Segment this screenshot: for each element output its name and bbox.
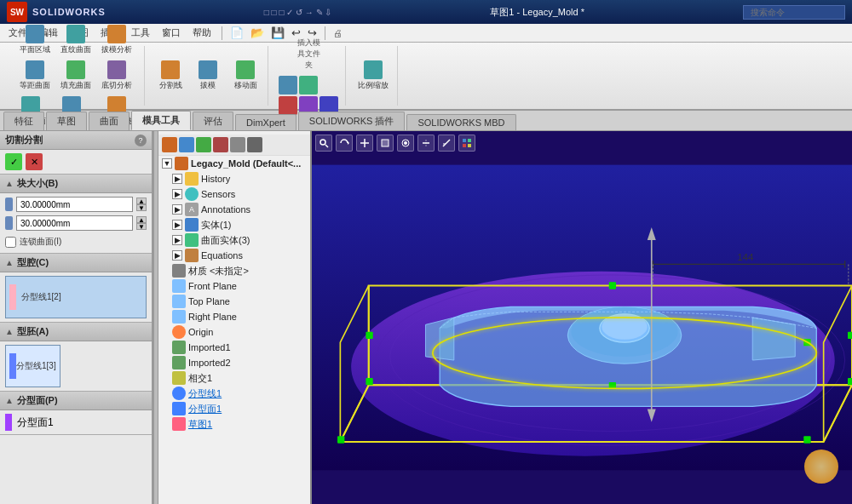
tab-features[interactable]: 特征 xyxy=(3,112,44,130)
tree-right-plane-label: Right Plane xyxy=(188,312,237,322)
tree-item-right-plane[interactable]: Right Plane xyxy=(158,309,310,324)
type-a-header[interactable]: ▲ 型胚(A) xyxy=(0,323,152,341)
block-size-header[interactable]: ▲ 块大小(B) xyxy=(0,175,152,193)
type-c-header[interactable]: ▲ 型腔(C) xyxy=(0,254,152,272)
tree-surfaces-expand[interactable]: ▶ xyxy=(172,235,182,245)
move-face-button[interactable]: 移动面 xyxy=(228,59,262,93)
tree-item-front-plane[interactable]: Front Plane xyxy=(158,278,310,294)
draft-button[interactable]: 拔模 xyxy=(191,59,225,93)
fill-surface-button[interactable]: 填充曲面 xyxy=(57,59,95,93)
tree-item-equations[interactable]: ▶ Equations xyxy=(158,248,310,263)
tree-item-top-plane[interactable]: Top Plane xyxy=(158,294,310,309)
tree-item-history[interactable]: ▶ History xyxy=(158,171,310,186)
ft-icon4[interactable] xyxy=(213,137,228,152)
tab-sw-mbd[interactable]: SOLIDWORKS MBD xyxy=(406,114,515,130)
vp-color[interactable] xyxy=(458,135,475,152)
vp-zoom-in[interactable] xyxy=(315,135,332,152)
tree-item-parting-surface[interactable]: 分型面1 xyxy=(158,401,310,416)
vp-rotate[interactable] xyxy=(336,135,353,152)
eq-icon xyxy=(185,249,199,262)
tree-item-imported2[interactable]: Imported2 xyxy=(158,355,310,370)
link-checkbox[interactable] xyxy=(5,237,16,248)
main-toolbar: 平面区域 直纹曲面 拔模分析 等距曲面 填充曲面 底切分析 xyxy=(0,43,852,111)
help-button[interactable]: ? xyxy=(135,135,147,146)
block-size-content: ▲ ▼ ▲ ▼ 连锁曲面(I) xyxy=(0,193,152,253)
tree-sensors-expand[interactable]: ▶ xyxy=(172,189,182,199)
height-down[interactable]: ▼ xyxy=(136,223,147,230)
split-line-button[interactable]: 分割线 xyxy=(153,59,187,93)
undercut-icon xyxy=(107,60,126,79)
ft-icon1[interactable] xyxy=(162,137,177,152)
tab-surfaces[interactable]: 曲面 xyxy=(89,112,130,130)
cut-split-header[interactable]: 切割分割 ? xyxy=(0,131,152,150)
vp-display-mode[interactable] xyxy=(377,135,394,152)
svg-rect-25 xyxy=(366,378,372,385)
open-file-icon[interactable]: 📂 xyxy=(248,26,267,39)
width-input[interactable] xyxy=(16,197,133,212)
parting-surface-header[interactable]: ▲ 分型面(P) xyxy=(0,392,152,410)
width-up[interactable]: ▲ xyxy=(136,198,147,204)
type-c-list[interactable]: 分型线1[2] xyxy=(5,276,147,318)
tab-sketch[interactable]: 草图 xyxy=(46,112,87,130)
tab-evaluate[interactable]: 评估 xyxy=(193,112,233,130)
confirm-button[interactable]: ✓ xyxy=(5,153,22,170)
toolbar-sep2 xyxy=(325,26,325,40)
history-icon xyxy=(185,172,199,186)
tree-item-sketch1[interactable]: 草图1 xyxy=(158,416,310,432)
vp-view-options[interactable] xyxy=(397,135,414,152)
ft-icon2[interactable] xyxy=(179,137,194,152)
split-line-icon xyxy=(161,60,180,79)
draft-analysis-button[interactable]: 拔模分析 xyxy=(98,23,135,57)
offset-surface-button[interactable]: 等距曲面 xyxy=(16,59,54,93)
tab-sw-plugins[interactable]: SOLIDWORKS 插件 xyxy=(298,112,406,130)
tree-item-origin[interactable]: Origin xyxy=(158,324,310,340)
height-up[interactable]: ▲ xyxy=(136,216,147,223)
tree-item-intersect[interactable]: 相交1 xyxy=(158,370,310,386)
viewport-toolbar xyxy=(315,135,849,152)
vp-section-view[interactable] xyxy=(417,135,435,152)
title-bar: SW SOLIDWORKS □ □ □ ✓ ↺ → ✎ ⇩ 草图1 - Lega… xyxy=(0,0,852,24)
parting-surface-icon[interactable] xyxy=(279,96,297,115)
tree-item-sensors[interactable]: ▶ Sensors xyxy=(158,186,310,202)
tree-annot-expand[interactable]: ▶ xyxy=(172,204,182,215)
type-c-content: 分型线1[2] xyxy=(0,272,152,322)
tree-root-expand[interactable]: ▼ xyxy=(162,158,172,169)
insert-tools-group: 插入模具文件夹 xyxy=(272,46,346,106)
tree-eq-expand[interactable]: ▶ xyxy=(172,250,182,261)
close-surface-icon[interactable] xyxy=(299,76,318,94)
cancel-button[interactable]: ✕ xyxy=(26,153,43,170)
ft-icon5[interactable] xyxy=(230,137,245,152)
search-input[interactable] xyxy=(743,5,845,20)
tab-mold-tools[interactable]: 模具工具 xyxy=(131,111,191,130)
tree-solid-expand[interactable]: ▶ xyxy=(172,220,182,230)
sw-watermark xyxy=(804,450,838,484)
tree-root[interactable]: ▼ Legacy_Mold (Default<... xyxy=(158,156,310,171)
new-file-icon[interactable]: 📄 xyxy=(227,26,246,39)
tree-item-annotations[interactable]: ▶ A Annotations xyxy=(158,202,310,217)
ft-icon3[interactable] xyxy=(196,137,211,152)
vp-measure[interactable] xyxy=(438,135,455,152)
parting-line-icon[interactable] xyxy=(279,76,297,94)
ruled-surface-button[interactable]: 直纹曲面 xyxy=(57,23,95,57)
tree-item-parting-line[interactable]: 分型线1 xyxy=(158,386,310,401)
plane-region-button[interactable]: 平面区域 xyxy=(16,23,54,57)
ft-icon6[interactable] xyxy=(247,137,262,152)
menu-help[interactable]: 帮助 xyxy=(187,25,216,41)
height-input[interactable] xyxy=(16,215,133,231)
tree-top-plane-label: Top Plane xyxy=(188,296,230,306)
tree-history-expand[interactable]: ▶ xyxy=(172,174,182,184)
width-down[interactable]: ▼ xyxy=(136,204,147,211)
print-icon[interactable]: 🖨 xyxy=(331,28,345,38)
tree-item-material[interactable]: 材质 <未指定> xyxy=(158,263,310,278)
tree-item-imported1[interactable]: Imported1 xyxy=(158,340,310,355)
save-file-icon[interactable]: 💾 xyxy=(268,26,287,39)
insert-icons xyxy=(279,76,338,115)
undercut-analysis-button[interactable]: 底切分析 xyxy=(98,59,135,93)
tree-item-solid[interactable]: ▶ 实体(1) xyxy=(158,217,310,232)
vp-pan[interactable] xyxy=(356,135,373,152)
tree-item-surfaces[interactable]: ▶ 曲面实体(3) xyxy=(158,232,310,248)
type-a-list[interactable]: 分型线1[3] xyxy=(5,345,60,387)
menu-window[interactable]: 窗口 xyxy=(157,25,186,41)
tab-dimxpert[interactable]: DimXpert xyxy=(235,114,296,130)
scale-button[interactable]: 比例缩放 xyxy=(354,59,392,93)
